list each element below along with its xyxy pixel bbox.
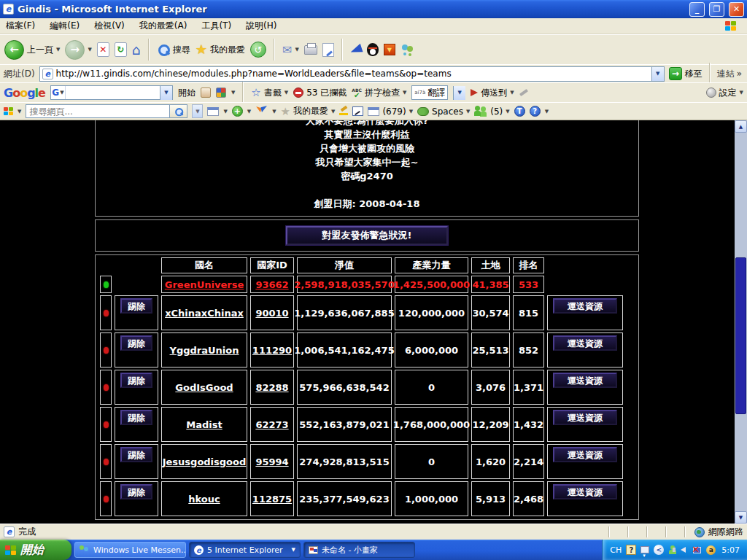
alert-allies-button[interactable]: 對盟友發佈警急狀況! [286, 226, 448, 245]
forward-dropdown-icon[interactable]: ▼ [88, 47, 91, 52]
compose-note-icon[interactable] [352, 106, 363, 116]
start-button[interactable]: 開始 [0, 540, 71, 560]
qq-button[interactable] [367, 43, 379, 56]
stop-button[interactable]: ✕ [97, 42, 109, 57]
help-dropdown-icon[interactable]: ▼ [545, 109, 549, 114]
task-messenger[interactable]: Windows Live Messen... [74, 542, 186, 558]
country-id-link[interactable]: 90010 [250, 295, 294, 330]
links-button[interactable]: 連結 » [717, 68, 743, 80]
kick-button[interactable]: 踢除 [120, 335, 152, 351]
flashget-button[interactable] [350, 45, 362, 54]
country-id-link[interactable]: 111290 [250, 332, 294, 368]
online-contacts-button[interactable]: (5) ▼ [474, 106, 509, 117]
home-button[interactable]: ⌂ [132, 42, 141, 57]
google-settings-button[interactable]: 設定 ▼ [706, 87, 743, 99]
country-name-link[interactable]: Jesusgodisgood [161, 444, 247, 479]
address-dropdown-icon[interactable]: ▼ [651, 67, 664, 81]
highlight-pen-icon[interactable] [339, 107, 348, 115]
add-content-icon[interactable]: + [232, 106, 243, 117]
download-manager-button[interactable]: ▼ [384, 44, 395, 55]
translate-button[interactable]: aí7à 翻譯 [411, 85, 448, 100]
live-search-input[interactable] [26, 106, 169, 117]
antivirus-icon[interactable]: a [706, 545, 716, 555]
google-search-dropdown-icon[interactable]: ▼ [160, 86, 172, 100]
mail-dropdown-icon[interactable]: ▼ [295, 47, 298, 52]
menu-view[interactable]: 檢視(V) [94, 20, 125, 32]
country-name-link[interactable]: GodIsGood [161, 370, 247, 405]
kick-button[interactable]: 踢除 [120, 410, 152, 425]
scrollbar-thumb[interactable] [735, 257, 746, 414]
search-button[interactable]: 搜尋 [157, 43, 190, 56]
task-ie-group[interactable]: e 5 Internet Explorer ▼ [189, 542, 301, 558]
ime-help-icon[interactable]: ? [626, 545, 636, 555]
kick-button[interactable]: 踢除 [120, 298, 152, 314]
butterfly-dropdown-icon[interactable]: ▼ [272, 109, 276, 114]
task-group-dropdown-icon[interactable]: ▼ [292, 547, 295, 553]
history-button[interactable]: ↺ [250, 42, 266, 58]
scroll-down-icon[interactable]: ▼ [735, 511, 747, 524]
form-fill-icon[interactable] [207, 107, 219, 116]
menu-tools[interactable]: 工具(T) [201, 20, 231, 32]
clock[interactable]: 5:07 [721, 545, 740, 555]
google-search-box[interactable]: G▼ ▼ [50, 85, 173, 100]
add-content-dropdown-icon[interactable]: ▼ [247, 109, 251, 114]
transport-resources-button[interactable]: 運送資源 [553, 373, 617, 388]
spellcheck-button[interactable]: ABC✔ 拼字檢查 ▼ [352, 87, 406, 99]
country-name-link[interactable]: GreenUniverse [161, 276, 247, 293]
edit-button[interactable] [322, 43, 334, 57]
country-id-link[interactable]: 93662 [250, 276, 294, 293]
minimize-button[interactable]: _ [689, 2, 705, 17]
spaces-button[interactable]: Spaces ▼ [417, 106, 470, 117]
mail-button[interactable]: ✉ ▼ [282, 43, 299, 57]
scroll-up-icon[interactable]: ▲ [735, 120, 747, 133]
google-apps-cube-icon[interactable] [216, 88, 226, 98]
print-button[interactable] [304, 45, 317, 55]
kick-button[interactable]: 踢除 [120, 373, 152, 388]
country-id-link[interactable]: 95994 [250, 444, 294, 479]
kick-button[interactable]: 踢除 [120, 484, 152, 499]
favorites-button[interactable]: ★ 我的最愛 [196, 43, 245, 56]
refresh-button[interactable]: ↻ [115, 42, 127, 57]
google-bookmarks-button[interactable]: ☆ 書籤 ▼ [251, 86, 288, 99]
maximize-button[interactable]: ❐ [709, 2, 724, 17]
transport-resources-button[interactable]: 運送資源 [553, 298, 617, 314]
transport-resources-button[interactable]: 運送資源 [553, 410, 617, 425]
tray-window-icon[interactable] [640, 546, 649, 553]
transport-resources-button[interactable]: 運送資源 [553, 484, 617, 499]
toolbar-options-icon[interactable]: T [514, 106, 525, 117]
transport-resources-button[interactable]: 運送資源 [553, 447, 617, 462]
country-id-link[interactable]: 62273 [250, 407, 294, 442]
google-start-button[interactable]: 開始 [178, 87, 196, 99]
menu-edit[interactable]: 編輯(E) [50, 20, 80, 32]
network-disconnected-icon[interactable] [692, 545, 702, 554]
country-name-link[interactable]: xChinaxChinax [161, 295, 247, 330]
volume-icon[interactable] [681, 547, 686, 553]
google-news-icon[interactable] [201, 88, 211, 98]
google-apps-dropdown-icon[interactable]: ▼ [231, 90, 235, 96]
vertical-scrollbar[interactable]: ▲ ▼ [735, 120, 747, 524]
task-paint[interactable]: 未命名 - 小畫家 [303, 542, 415, 558]
country-id-link[interactable]: 112875 [250, 481, 294, 516]
kick-button[interactable]: 踢除 [120, 447, 152, 462]
close-button[interactable]: ✕ [729, 2, 744, 17]
menu-file[interactable]: 檔案(F) [6, 20, 35, 32]
transport-resources-button[interactable]: 運送資源 [553, 335, 617, 351]
live-butterfly-icon[interactable] [255, 106, 268, 117]
live-search-dropdown-icon[interactable]: ▼ [192, 104, 203, 118]
menu-favorites[interactable]: 我的最愛(A) [139, 20, 187, 32]
google-g-icon[interactable]: G▼ [51, 86, 66, 99]
address-input[interactable] [56, 69, 649, 79]
live-flag-dropdown-icon[interactable]: ▼ [18, 109, 21, 114]
send-to-button[interactable]: 傳送到 ▼ [471, 87, 514, 99]
country-name-link[interactable]: hkouc [161, 481, 247, 516]
help-icon[interactable]: ? [530, 106, 541, 117]
live-flag-icon[interactable] [4, 107, 13, 115]
back-dropdown-icon[interactable]: ▼ [56, 47, 60, 52]
highlighter-icon[interactable] [519, 89, 528, 96]
messenger-button[interactable] [400, 44, 415, 55]
form-fill-dropdown-icon[interactable]: ▼ [223, 109, 227, 114]
menu-help[interactable]: 說明(H) [246, 20, 276, 32]
popup-blocker-button[interactable]: 53 已攔截 [293, 87, 347, 99]
language-indicator[interactable]: CH [610, 545, 622, 555]
country-name-link[interactable]: Madist [161, 407, 247, 442]
